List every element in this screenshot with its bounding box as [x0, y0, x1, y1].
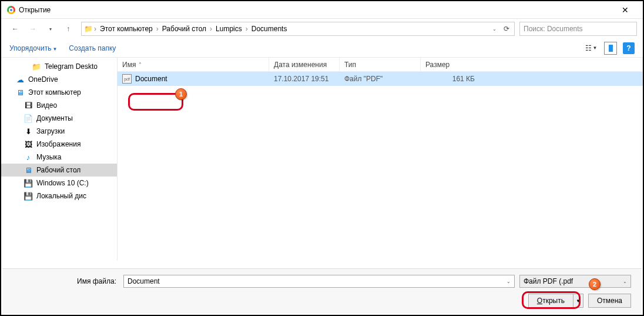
folder-tree: 📁Telegram Deskto☁OneDrive🖥Этот компьютер…: [1, 58, 118, 261]
file-name: Document: [135, 75, 167, 83]
tree-label: Видео: [36, 101, 57, 109]
navbar: ← → ▾ ↑ 📁 › Этот компьютер › Рабочий сто…: [1, 19, 643, 39]
tree-icon: 🖥: [24, 165, 33, 175]
filename-label: Имя файла:: [13, 277, 119, 285]
organize-menu[interactable]: Упорядочить▼: [9, 44, 57, 52]
tree-label: Загрузки: [36, 127, 65, 135]
tree-item[interactable]: 🖼Изображения: [1, 138, 117, 151]
list-header: Имя⌃ Дата изменения Тип Размер: [118, 58, 643, 72]
tree-label: Telegram Deskto: [45, 62, 98, 71]
search-input[interactable]: Поиск: Documents: [519, 22, 637, 36]
tree-icon: ♪: [24, 152, 33, 162]
tree-icon: 📄: [24, 114, 33, 123]
new-folder-button[interactable]: Создать папку: [69, 44, 116, 52]
toolbar: Упорядочить▼ Создать папку ☷▼ ?: [1, 39, 643, 58]
refresh-button[interactable]: ⟳: [501, 25, 512, 33]
pdf-icon: pdf: [122, 74, 132, 84]
tree-label: Музыка: [36, 153, 61, 161]
back-button[interactable]: ←: [7, 22, 24, 36]
column-name[interactable]: Имя⌃: [118, 58, 269, 71]
tree-item[interactable]: 🖥Этот компьютер: [1, 86, 117, 99]
breadcrumb[interactable]: Documents: [249, 25, 290, 33]
chevron-right-icon[interactable]: ›: [244, 25, 249, 33]
up-button[interactable]: ↑: [60, 22, 76, 36]
tree-item[interactable]: 💾Локальный дис: [1, 189, 117, 202]
tree-label: Windows 10 (C:): [36, 179, 89, 187]
file-list: Имя⌃ Дата изменения Тип Размер pdf Docum…: [118, 58, 643, 261]
chevron-right-icon[interactable]: ›: [155, 25, 160, 33]
preview-pane-toggle[interactable]: [604, 42, 617, 55]
tree-item[interactable]: ⬇Загрузки: [1, 125, 117, 138]
open-button[interactable]: Открыть ▼: [528, 294, 583, 308]
tree-icon: ⬇: [24, 127, 33, 136]
file-type-filter[interactable]: Файл PDF (.pdf ⌄: [519, 275, 631, 288]
tree-icon: 📁: [32, 62, 41, 71]
view-options[interactable]: ☷▼: [584, 42, 598, 55]
tree-icon: 🖼: [24, 139, 33, 149]
tree-label: Этот компьютер: [28, 88, 81, 97]
chevron-right-icon[interactable]: ›: [93, 25, 98, 33]
breadcrumb[interactable]: Рабочий стол: [160, 25, 209, 33]
annotation-badge-1: 1: [175, 88, 187, 100]
column-type[interactable]: Тип: [340, 58, 421, 71]
filename-input[interactable]: Document ⌄: [123, 275, 515, 288]
tree-label: Локальный дис: [36, 192, 86, 200]
list-item[interactable]: pdf Document 17.10.2017 19:51 Файл "PDF"…: [118, 72, 643, 86]
tree-item[interactable]: 📁Telegram Deskto: [1, 60, 117, 73]
forward-button[interactable]: →: [25, 22, 41, 36]
address-bar[interactable]: 📁 › Этот компьютер › Рабочий стол › Lump…: [81, 22, 515, 36]
window-title: Открытие: [19, 6, 613, 14]
tree-item[interactable]: 🎞Видео: [1, 99, 117, 112]
folder-icon: 📁: [84, 25, 93, 33]
tree-icon: 🖥: [15, 88, 25, 97]
filename-dropdown[interactable]: ⌄: [507, 279, 511, 284]
tree-icon: ☁: [15, 75, 25, 84]
tree-item[interactable]: 📄Документы: [1, 112, 117, 125]
tree-label: Рабочий стол: [36, 166, 80, 174]
tree-item[interactable]: ♪Музыка: [1, 151, 117, 164]
search-placeholder: Поиск: Documents: [524, 25, 583, 33]
close-button[interactable]: ✕: [613, 1, 637, 18]
file-date: 17.10.2017 19:51: [269, 75, 340, 83]
footer: Имя файла: Document ⌄ Файл PDF (.pdf ⌄ О…: [2, 268, 642, 314]
content: 📁Telegram Deskto☁OneDrive🖥Этот компьютер…: [1, 58, 643, 261]
chevron-right-icon[interactable]: ›: [209, 25, 213, 33]
address-dropdown[interactable]: ⌄: [490, 26, 499, 32]
titlebar: Открытие ✕: [1, 1, 643, 19]
tree-item[interactable]: 🖥Рабочий стол: [1, 164, 117, 177]
help-button[interactable]: ?: [623, 42, 635, 54]
tree-icon: 💾: [24, 178, 33, 188]
annotation-badge-2: 2: [589, 278, 601, 290]
cancel-button[interactable]: Отмена: [588, 294, 631, 308]
breadcrumb[interactable]: Этот компьютер: [98, 25, 155, 33]
tree-icon: 🎞: [24, 101, 33, 110]
tree-item[interactable]: ☁OneDrive: [1, 73, 117, 86]
recent-dropdown[interactable]: ▾: [42, 22, 59, 36]
tree-item[interactable]: 💾Windows 10 (C:): [1, 177, 117, 189]
chrome-icon: [7, 6, 15, 14]
open-dropdown[interactable]: ▼: [573, 298, 583, 304]
column-date[interactable]: Дата изменения: [269, 58, 340, 71]
tree-icon: 💾: [24, 191, 33, 201]
breadcrumb[interactable]: Lumpics: [213, 25, 244, 33]
file-size: 161 КБ: [421, 75, 479, 83]
column-size[interactable]: Размер: [421, 58, 643, 71]
filter-dropdown[interactable]: ⌄: [623, 279, 627, 284]
tree-label: Изображения: [36, 140, 80, 148]
file-type: Файл "PDF": [340, 75, 421, 83]
tree-label: OneDrive: [28, 75, 58, 84]
tree-label: Документы: [36, 114, 73, 122]
